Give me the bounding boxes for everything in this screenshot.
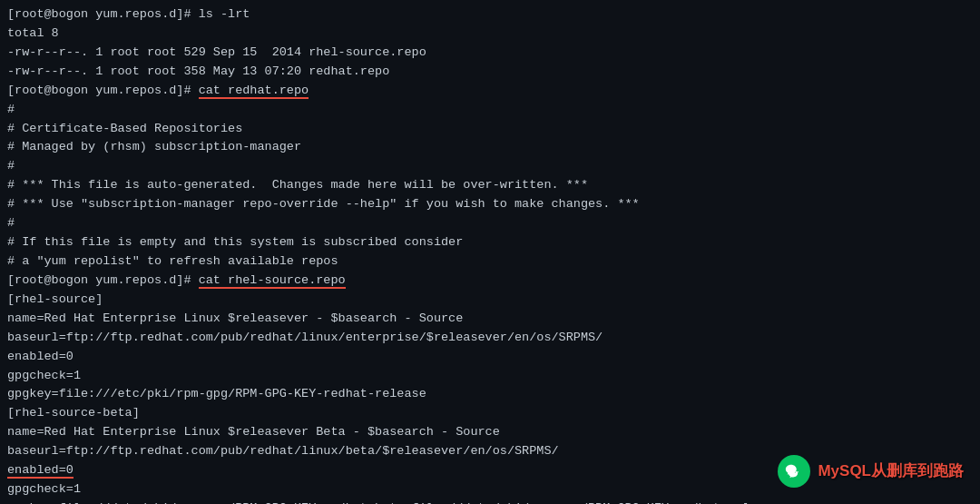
terminal-line: gpgcheck=1 xyxy=(7,367,973,386)
watermark: MySQL从删库到跑路 xyxy=(778,455,964,488)
terminal-line: -rw-r--r--. 1 root root 529 Sep 15 2014 … xyxy=(7,44,973,63)
terminal-line: [rhel-source-beta] xyxy=(7,404,973,423)
terminal-line: # a "yum repolist" to refresh available … xyxy=(7,252,973,272)
terminal-line: gpgkey=file:///etc/pki/rpm-gpg/RPM-GPG-K… xyxy=(7,385,973,404)
watermark-text: MySQL从删库到跑路 xyxy=(818,460,964,483)
terminal-line: # Managed by (rhsm) subscription-manager xyxy=(7,138,973,157)
terminal-line: # Certificate-Based Repositories xyxy=(7,120,973,139)
terminal-line: name=Red Hat Enterprise Linux $releaseve… xyxy=(7,423,973,442)
terminal-line: [root@bogon yum.repos.d]# cat rhel-sourc… xyxy=(7,272,973,291)
terminal-line: # xyxy=(7,157,973,176)
wechat-icon xyxy=(778,455,810,488)
terminal-line: [root@bogon yum.repos.d]# ls -lrt xyxy=(7,5,973,25)
terminal-line: # If this file is empty and this system … xyxy=(7,233,973,252)
terminal-line: [rhel-source] xyxy=(7,291,973,310)
terminal-line: -rw-r--r--. 1 root root 358 May 13 07:20… xyxy=(7,63,973,82)
terminal-window: [root@bogon yum.repos.d]# ls -lrttotal 8… xyxy=(0,0,980,504)
terminal-line: # xyxy=(7,214,973,233)
terminal-line: gpgkey=file:///etc/pki/rpm-gpg/RPM-GPG-K… xyxy=(7,499,973,504)
terminal-line: # *** This file is auto-generated. Chang… xyxy=(7,176,973,195)
terminal-line: total 8 xyxy=(7,25,973,44)
terminal-line: baseurl=ftp://ftp.redhat.com/pub/redhat/… xyxy=(7,329,973,348)
terminal-line: # *** Use "subscription-manager repo-ove… xyxy=(7,195,973,214)
terminal-line: [root@bogon yum.repos.d]# cat redhat.rep… xyxy=(7,82,973,101)
terminal-content: [root@bogon yum.repos.d]# ls -lrttotal 8… xyxy=(7,5,973,504)
terminal-line: # xyxy=(7,101,973,120)
terminal-line: enabled=0 xyxy=(7,348,973,367)
terminal-line: name=Red Hat Enterprise Linux $releaseve… xyxy=(7,310,973,329)
